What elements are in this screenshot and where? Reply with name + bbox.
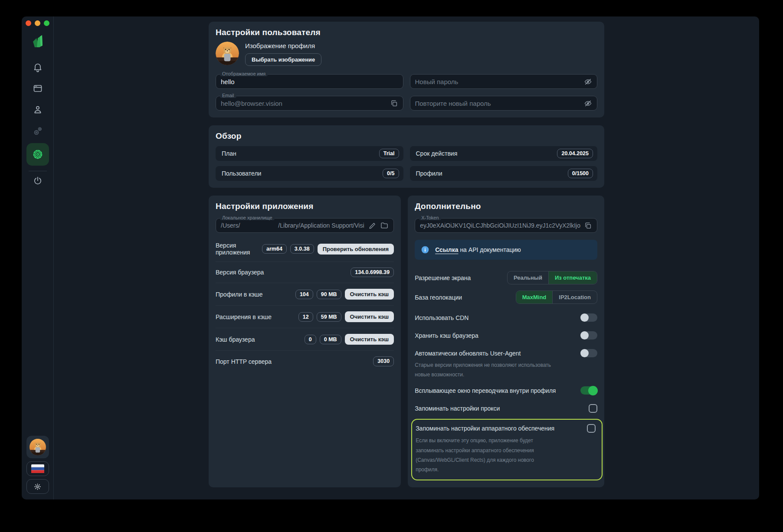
clear-profiles-cache-button[interactable]: Очистить кэш	[345, 289, 394, 300]
remember-hardware-checkbox[interactable]	[587, 424, 596, 433]
profiles-cache-count-badge: 104	[295, 290, 313, 299]
expiry-badge: 20.04.2025	[557, 149, 593, 158]
sidebar-user-avatar[interactable]	[26, 436, 49, 458]
user-avatar-image	[29, 439, 46, 455]
automation-gears-icon[interactable]	[33, 126, 43, 136]
cdn-toggle-row: Использовать CDN	[415, 313, 597, 322]
screen-resolution-row: Разрешение экрана Реальный Из отпечатка	[415, 271, 597, 284]
geo-option-maxmind[interactable]: MaxMind	[516, 291, 553, 304]
email-input[interactable]	[221, 100, 387, 107]
users-count-badge: 0/5	[383, 169, 399, 178]
http-port-row: Порт HTTP сервера 3030	[216, 350, 394, 372]
browser-window-icon[interactable]	[33, 83, 43, 94]
screen-resolution-segmented: Реальный Из отпечатка	[507, 271, 597, 284]
clear-extensions-cache-button[interactable]: Очистить кэш	[345, 311, 394, 322]
minimize-window-button[interactable]	[35, 20, 40, 26]
app-window: Настройки пользователя	[22, 16, 759, 499]
browser-cache-size-badge: 0 MB	[320, 335, 341, 344]
overview-row-profiles: Профили 0/1500	[410, 166, 598, 181]
overview-title: Обзор	[216, 131, 597, 141]
language-selector-button[interactable]	[26, 461, 49, 476]
display-name-label: Отображаемое имя	[220, 71, 268, 76]
resolution-option-fingerprint[interactable]: Из отпечатка	[548, 271, 597, 284]
app-settings-title: Настройки приложения	[216, 202, 394, 211]
browser-version-badge: 134.0.6998.39	[351, 268, 394, 277]
close-window-button[interactable]	[26, 20, 31, 26]
new-password-input[interactable]	[415, 78, 581, 85]
geo-db-segmented: MaxMind IP2Location	[516, 290, 597, 304]
geo-db-row: База геолокации MaxMind IP2Location	[415, 290, 597, 304]
browser-cache-count-badge: 0	[305, 335, 316, 344]
zoom-window-button[interactable]	[44, 20, 49, 26]
x-token-field: X-Token eyJ0eXAiOiJKV1QiLCJhbGciOiJIUzI1…	[415, 218, 597, 233]
window-traffic-lights	[26, 20, 49, 26]
eye-slash-icon[interactable]	[584, 99, 592, 108]
folder-icon[interactable]	[380, 221, 389, 230]
ua-autoupdate-section: Автоматически обновлять User-Agent Стары…	[415, 349, 597, 379]
email-label: Email	[220, 93, 236, 98]
display-name-field: Отображаемое имя	[216, 74, 403, 89]
copy-icon[interactable]	[390, 99, 398, 108]
sidebar	[22, 16, 54, 499]
profiles-count-badge: 0/1500	[568, 169, 593, 178]
profile-person-icon[interactable]	[33, 104, 43, 115]
clear-browser-cache-button[interactable]: Очистить кэш	[345, 334, 394, 345]
x-token-value: eyJ0eXAiOiJKV1QiLCJhbGciOiJIUzI1NiJ9.eyJ…	[420, 222, 580, 229]
ua-autoupdate-toggle-row: Автоматически обновлять User-Agent	[415, 349, 597, 357]
theme-toggle-button[interactable]	[26, 479, 49, 494]
remember-hardware-description: Если вы включите эту опцию, приложение б…	[416, 436, 556, 474]
geo-option-ip2location[interactable]: IP2Location	[552, 291, 597, 304]
display-name-input[interactable]	[221, 78, 398, 85]
advanced-card: Дополнительно X-Token eyJ0eXAiOiJKV1QiLC…	[408, 196, 604, 487]
profiles-cache-row: Профили в кэше 104 90 MB Очистить кэш	[216, 283, 394, 305]
plan-badge: Trial	[379, 149, 399, 158]
extensions-cache-size-badge: 59 MB	[317, 312, 341, 322]
app-version-row: Версия приложения arm64 3.0.38 Проверить…	[216, 236, 394, 261]
user-settings-title: Настройки пользователя	[216, 28, 597, 37]
check-updates-button[interactable]: Проверить обновления	[318, 244, 394, 255]
remember-proxy-row: Запоминать настройки прокси	[415, 404, 597, 413]
email-field: Email	[216, 96, 403, 111]
new-password-field	[410, 74, 598, 89]
copy-icon[interactable]	[584, 222, 592, 230]
settings-gear-icon-active[interactable]	[26, 143, 49, 166]
browser-version-row: Версия браузера 134.0.6998.39	[216, 261, 394, 283]
app-version-badge: 3.0.38	[290, 244, 314, 254]
translator-popup-toggle-row: Всплывающее окно переводчика внутри проф…	[415, 386, 597, 395]
notifications-bell-icon[interactable]	[33, 62, 43, 72]
keep-cache-toggle-row: Хранить кэш браузера	[415, 331, 597, 339]
http-port-badge: 3030	[373, 356, 394, 366]
ua-autoupdate-toggle[interactable]	[580, 349, 597, 357]
overview-card: Обзор План Trial Срок действия 20.04.202…	[209, 125, 604, 188]
resolution-option-real[interactable]: Реальный	[508, 271, 548, 284]
app-logo-icon	[29, 32, 46, 51]
api-docs-text: Ссылка на API документацию	[435, 246, 521, 253]
overview-row-plan: План Trial	[216, 146, 403, 161]
overview-row-users: Пользователи 0/5	[216, 166, 403, 181]
eye-slash-icon[interactable]	[584, 78, 592, 86]
profile-avatar	[216, 42, 239, 65]
repeat-password-field	[410, 96, 598, 111]
remember-proxy-checkbox[interactable]	[589, 404, 597, 413]
sidebar-divider	[29, 171, 47, 171]
advanced-title: Дополнительно	[415, 202, 597, 211]
local-storage-path: /Users/ /Library/Application Support/Vis…	[221, 222, 365, 229]
local-storage-field: Локальное хранилище /Users/ /Library/App…	[216, 218, 394, 233]
choose-image-button[interactable]: Выбрать изображение	[245, 53, 321, 66]
keep-cache-toggle[interactable]	[580, 331, 597, 339]
translator-popup-toggle[interactable]	[580, 386, 597, 395]
extensions-cache-row: Расширения в кэше 12 59 MB Очистить кэш	[216, 305, 394, 328]
russia-flag-icon	[31, 464, 44, 473]
api-docs-link[interactable]: Ссылка	[435, 246, 458, 253]
main-content: Настройки пользователя	[54, 16, 759, 499]
repeat-password-input[interactable]	[415, 100, 581, 107]
cdn-toggle[interactable]	[580, 313, 597, 322]
edit-pencil-icon[interactable]	[368, 222, 377, 230]
remember-hardware-highlight-box: Запоминать настройки аппаратного обеспеч…	[411, 419, 603, 480]
arch-badge: arm64	[262, 244, 287, 254]
power-icon[interactable]	[33, 176, 43, 186]
browser-cache-row: Кэш браузера 0 0 MB Очистить кэш	[216, 328, 394, 350]
info-icon	[421, 245, 429, 254]
overview-row-expiry: Срок действия 20.04.2025	[410, 146, 598, 161]
x-token-label: X-Token	[419, 215, 441, 220]
